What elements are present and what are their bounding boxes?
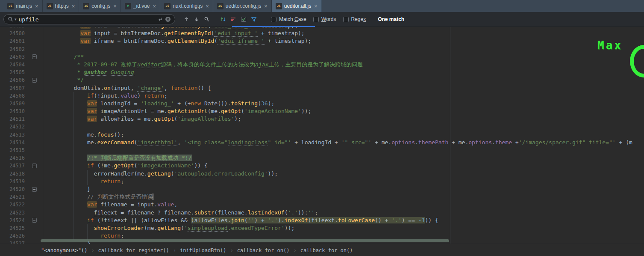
code-token: ();	[114, 131, 124, 138]
code-text[interactable]: var iframe = btnIframeDoc.getElementById…	[43, 37, 311, 45]
filter-lines-icon[interactable]	[228, 14, 238, 24]
code-text[interactable]: var filename = input.value,	[43, 201, 177, 208]
code-text[interactable]: * 2017-09-07 改掉了ueditor源码，将本身的单文件上传的方法改为…	[43, 61, 363, 68]
code-text[interactable]: if(!input.value) return;	[43, 92, 168, 100]
code-token: 36	[261, 100, 268, 107]
breadcrumb-item[interactable]: initUploadBtn()	[180, 247, 226, 253]
fold-marker-icon[interactable]	[32, 54, 37, 59]
search-history-arrow-icon[interactable]: ▾	[15, 17, 17, 21]
tab-http.js[interactable]: JShttp.js×	[43, 0, 79, 12]
check-mark-icon[interactable]	[238, 14, 249, 24]
clear-search-icon[interactable]	[165, 16, 171, 22]
tab-ueditor.all.js[interactable]: JSueditor.all.js×	[272, 0, 322, 12]
breadcrumb-item[interactable]: callback for on()	[300, 247, 353, 253]
breadcrumb-item[interactable]: callback for register()	[98, 247, 169, 253]
code-token: ));	[285, 225, 294, 231]
code-token: ) ==	[402, 217, 418, 223]
code-text[interactable]: */	[43, 76, 84, 84]
code-token: (!fileext || (allowFiles &&	[94, 217, 191, 223]
code-text[interactable]: var loadingId = 'loading_' + (+new Date(…	[43, 100, 274, 107]
code-text[interactable]: if (!me.getOpt('imageActionName')) {	[43, 162, 208, 170]
fold-marker-icon[interactable]	[32, 187, 37, 192]
code-token: */	[47, 77, 84, 83]
close-tab-icon[interactable]: ×	[113, 3, 117, 9]
horizontal-scrollbar[interactable]	[41, 239, 449, 242]
code-text[interactable]: domUtils.on(input, 'change', function() …	[43, 84, 211, 92]
close-tab-icon[interactable]: ×	[72, 3, 75, 9]
close-tab-icon[interactable]: ×	[35, 3, 38, 9]
gutter-cell: 24518	[0, 170, 43, 178]
next-occurrence-button[interactable]	[191, 14, 202, 24]
code-text[interactable]: fileext = filename ? filename.substr(fil…	[43, 209, 318, 217]
code-line: 24512	[0, 123, 644, 131]
breadcrumb-item[interactable]: callback for on()	[237, 247, 290, 253]
breadcrumb-item[interactable]: "<anonymous>"()	[41, 247, 87, 253]
code-text[interactable]: me.focus();	[43, 131, 124, 139]
code-text[interactable]: me.execCommand('inserthtml', '<img class…	[43, 139, 632, 146]
code-text[interactable]: var imageActionUrl = me.getActionUrl(me.…	[43, 107, 311, 115]
find-all-button[interactable]	[202, 14, 212, 24]
line-number: 24513	[0, 131, 25, 139]
code-text[interactable]: /!* 判断后端配置是否没有加载成功 *!/	[43, 154, 192, 162]
code-token: ,	[177, 139, 184, 146]
code-text[interactable]: errorHandler(me.getLang('autoupload.erro…	[43, 170, 278, 178]
line-number: 24502	[0, 45, 25, 53]
code-text[interactable]	[43, 123, 47, 131]
tab-config.js[interactable]: JSconfig.js×	[79, 0, 121, 12]
tab-_id.vue[interactable]: V_id.vue×	[121, 0, 160, 12]
code-text[interactable]: if (!fileext || (allowFiles && (allowFil…	[43, 217, 438, 224]
regex-checkbox[interactable]: Regex	[343, 16, 366, 22]
js-file-icon: JS	[7, 3, 14, 9]
code-text[interactable]	[43, 45, 47, 53]
code-token	[47, 209, 94, 216]
close-tab-icon[interactable]: ×	[153, 3, 156, 9]
code-token: lastIndexOf	[248, 209, 285, 216]
code-token: + loadingId +	[291, 139, 341, 146]
tab-nuxt.config.js[interactable]: JSnuxt.config.js×	[160, 0, 213, 12]
tab-ueditor.config.js[interactable]: JSueditor.config.js×	[213, 0, 272, 12]
sort-arrows-icon[interactable]	[218, 14, 228, 24]
code-text[interactable]: var allowFiles = me.getOpt('imageAllowFi…	[43, 115, 241, 123]
code-line: 24507 domUtils.on(input, 'change', funct…	[0, 84, 644, 92]
code-text[interactable]: return;	[43, 232, 124, 240]
code-token: var	[87, 201, 97, 208]
words-checkbox[interactable]: Words	[313, 16, 336, 22]
code-token: /**	[47, 54, 84, 60]
code-text[interactable]: /**	[43, 53, 84, 61]
fold-marker-icon[interactable]	[32, 78, 37, 83]
code-token: var	[87, 100, 97, 107]
code-line: 24519 return;	[0, 178, 644, 185]
close-tab-icon[interactable]: ×	[264, 3, 268, 9]
tab-label: config.js	[91, 3, 110, 9]
close-tab-icon[interactable]: ×	[314, 3, 318, 9]
previous-occurrence-button[interactable]	[181, 14, 191, 24]
search-input[interactable]: ▾ upfile	[3, 14, 175, 24]
code-text[interactable]: // 判断文件格式是否错误	[43, 193, 153, 201]
code-text[interactable]: }	[43, 185, 91, 193]
fold-marker-icon[interactable]	[32, 164, 37, 168]
code-text[interactable]: showErrorLoader(me.getLang('simpleupload…	[43, 224, 294, 232]
fold-marker-icon[interactable]	[32, 218, 37, 223]
code-token: 'change'	[137, 85, 164, 92]
editor[interactable]: 24499 var form = btnIframeDoc.getElement…	[0, 27, 644, 244]
code-token: '.'	[268, 217, 278, 223]
match-case-checkbox[interactable]: Match Case	[271, 16, 306, 22]
code-token: simpleupload	[188, 225, 228, 232]
code-token: return	[100, 178, 121, 185]
close-tab-icon[interactable]: ×	[206, 3, 209, 9]
breadcrumb-separator-icon: ›	[91, 247, 94, 253]
code-token: toString	[231, 100, 258, 107]
code-token: 源码，将本身的单文件上传的方法改为	[161, 61, 255, 68]
code-text[interactable]: var input = btnIframeDoc.getElementById(…	[43, 30, 305, 37]
code-token: Date()).	[201, 100, 231, 107]
code-text[interactable]	[43, 146, 47, 154]
checkbox-label: Match Case	[279, 16, 306, 22]
code-token: (	[285, 209, 288, 216]
code-line: 24506 */	[0, 76, 644, 84]
tab-main.js[interactable]: JSmain.js×	[3, 0, 43, 12]
funnel-filter-icon[interactable]	[249, 14, 259, 24]
code-text[interactable]: * @author Guoging	[43, 68, 134, 76]
newline-icon[interactable]	[157, 17, 163, 22]
code-token: imageActionUrl = me.	[97, 108, 167, 114]
code-text[interactable]: return;	[43, 178, 124, 185]
